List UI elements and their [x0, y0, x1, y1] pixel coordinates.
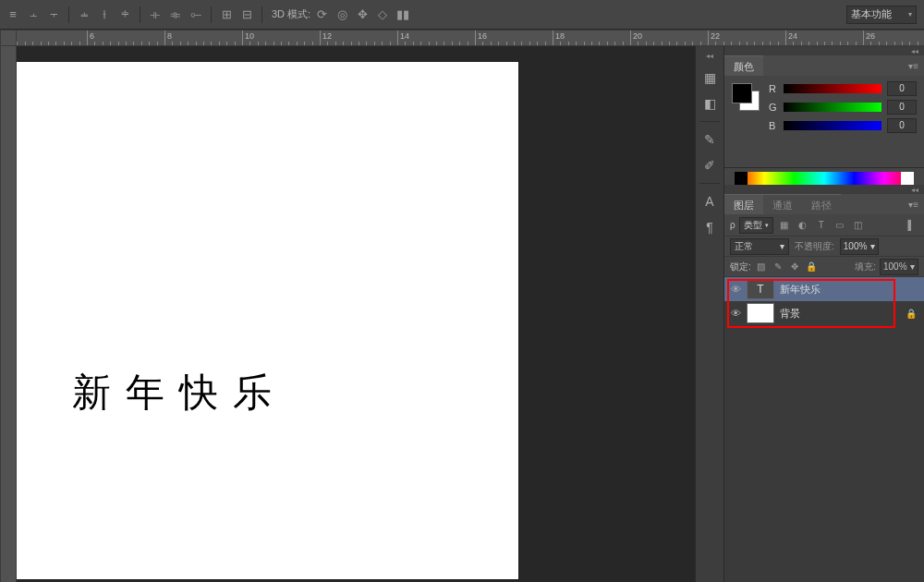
panel-dock: ◂◂ 颜色 ▾≡ R 0 G 0: [724, 46, 924, 582]
lock-position-icon[interactable]: ✥: [788, 261, 801, 273]
fill-input[interactable]: 100% ▾: [880, 259, 918, 275]
brush-presets-icon[interactable]: ✐: [698, 154, 722, 176]
filter-toggle-icon[interactable]: ▌: [904, 218, 918, 233]
chevron-down-icon: ▾: [870, 241, 875, 251]
paths-tab[interactable]: 路径: [802, 194, 841, 214]
lock-label: 锁定:: [730, 261, 751, 273]
panel-menu-icon[interactable]: ▾≡: [908, 61, 918, 71]
panel-menu-icon[interactable]: ▾≡: [908, 200, 918, 210]
lock-icon: 🔒: [906, 309, 917, 319]
character-panel-icon[interactable]: A: [698, 190, 722, 212]
g-label: G: [769, 102, 778, 113]
3d-roll-icon[interactable]: ◎: [333, 6, 351, 24]
color-panel: R 0 G 0 B 0: [724, 76, 924, 168]
properties-panel-icon[interactable]: ◧: [698, 92, 722, 115]
filter-magnify-icon[interactable]: ρ: [730, 220, 736, 230]
document-viewport[interactable]: 新年快乐: [17, 46, 695, 582]
layer-row[interactable]: 👁T新年快乐: [724, 277, 924, 301]
3d-slide-icon[interactable]: ◇: [373, 6, 392, 24]
lock-all-icon[interactable]: 🔒: [805, 261, 818, 273]
workspace-dropdown[interactable]: 基本功能 ▾: [846, 6, 917, 24]
divider: [211, 6, 212, 23]
rgb-sliders: R 0 G 0 B 0: [769, 81, 917, 162]
3d-mode-label: 3D 模式:: [272, 7, 310, 21]
layers-panel: ρ 类型 ▾ ▦ ◐ T ▭ ◫ ▌ 正常 ▾ 不透明度: 100%: [724, 214, 924, 582]
expand-dock-icon[interactable]: ◂◂: [706, 52, 713, 60]
layer-thumbnail[interactable]: [747, 303, 774, 323]
align-left-icon[interactable]: ≡: [4, 6, 22, 24]
filter-kind-dropdown[interactable]: 类型 ▾: [739, 217, 773, 234]
lock-transparent-icon[interactable]: ▨: [755, 261, 768, 273]
layer-name[interactable]: 新年快乐: [780, 283, 917, 297]
layers-panel-header: 图层 通道 路径 ▾≡: [724, 194, 924, 214]
ruler-horizontal[interactable]: 0246810121416182022242628303234: [17, 30, 924, 46]
panel-collapse-bar[interactable]: ◂◂: [724, 185, 924, 194]
align-right-icon[interactable]: ⫟: [44, 6, 63, 24]
workspace-label: 基本功能: [851, 7, 892, 21]
opacity-input[interactable]: 100% ▾: [840, 238, 879, 255]
filter-pixel-icon[interactable]: ▦: [777, 218, 792, 233]
fill-label: 填充:: [855, 261, 876, 273]
layer-name[interactable]: 背景: [780, 307, 906, 321]
divider: [699, 183, 720, 184]
distribute-bottom-icon[interactable]: ⫩: [116, 6, 134, 24]
divider: [699, 121, 720, 122]
blend-mode-value: 正常: [735, 240, 753, 253]
fg-color-swatch[interactable]: [732, 83, 752, 103]
distribute-hcenter-icon[interactable]: ⟚: [166, 6, 185, 24]
g-value[interactable]: 0: [887, 100, 917, 115]
g-slider[interactable]: [784, 103, 881, 112]
visibility-toggle-icon[interactable]: 👁: [724, 284, 747, 295]
lock-pixels-icon[interactable]: ✎: [772, 261, 784, 273]
blue-row: B 0: [769, 118, 917, 133]
blend-mode-dropdown[interactable]: 正常 ▾: [730, 238, 789, 255]
red-row: R 0: [769, 81, 917, 96]
opacity-value: 100%: [844, 241, 868, 251]
channels-tab[interactable]: 通道: [763, 194, 802, 214]
layer-filter-row: ρ 类型 ▾ ▦ ◐ T ▭ ◫ ▌: [724, 214, 924, 236]
main-content: 新年快乐 ◂◂ ▦ ◧ ✎ ✐ A ¶ ◂◂ 颜色 ▾≡ R: [0, 46, 924, 582]
color-panel-header: 颜色 ▾≡: [724, 55, 924, 76]
document-canvas[interactable]: 新年快乐: [17, 62, 518, 579]
align-center-icon[interactable]: ⫠: [24, 6, 43, 24]
filter-smart-icon[interactable]: ◫: [851, 218, 866, 233]
3d-camera-icon[interactable]: ▮▮: [394, 6, 412, 24]
distribute-right-icon[interactable]: ⟜: [187, 6, 205, 24]
divider: [68, 6, 69, 23]
paragraph-panel-icon[interactable]: ¶: [698, 216, 722, 238]
canvas-area: 新年快乐: [0, 46, 695, 582]
layers-tab[interactable]: 图层: [724, 194, 763, 214]
filter-adjust-icon[interactable]: ◐: [796, 218, 810, 233]
filter-shape-icon[interactable]: ▭: [833, 218, 847, 233]
color-tab[interactable]: 颜色: [724, 55, 763, 76]
ruler-vertical[interactable]: [0, 46, 17, 582]
distribute-top-icon[interactable]: ⫨: [75, 6, 93, 24]
3d-orbit-icon[interactable]: ⟳: [312, 6, 331, 24]
ruler-origin[interactable]: [0, 30, 17, 46]
auto-distribute-icon[interactable]: ⊟: [237, 6, 256, 24]
color-spectrum-bar[interactable]: [735, 172, 914, 185]
layer-row[interactable]: 👁背景🔒: [724, 301, 924, 325]
chevron-down-icon: ▾: [780, 241, 784, 251]
panel-collapse-bar[interactable]: ◂◂: [724, 46, 924, 55]
r-value[interactable]: 0: [887, 81, 917, 96]
layer-thumbnail[interactable]: T: [747, 279, 774, 299]
collapsed-panel-dock: ◂◂ ▦ ◧ ✎ ✐ A ¶: [695, 46, 724, 582]
auto-align-icon[interactable]: ⊞: [217, 6, 236, 24]
chevron-down-icon: ▾: [908, 10, 912, 18]
distribute-left-icon[interactable]: ⟛: [146, 6, 164, 24]
layers-list: 👁T新年快乐👁背景🔒: [724, 277, 924, 582]
text-layer-content[interactable]: 新年快乐: [72, 367, 286, 418]
distribute-vcenter-icon[interactable]: ⫲: [95, 6, 114, 24]
fg-bg-swatch[interactable]: [732, 83, 761, 113]
history-panel-icon[interactable]: ▦: [698, 67, 722, 89]
visibility-toggle-icon[interactable]: 👁: [724, 308, 747, 319]
ruler-horizontal-row: 0246810121416182022242628303234: [0, 30, 924, 46]
brush-panel-icon[interactable]: ✎: [698, 128, 722, 151]
b-value[interactable]: 0: [887, 118, 917, 133]
divider: [261, 6, 262, 23]
b-slider[interactable]: [784, 121, 881, 130]
filter-text-icon[interactable]: T: [814, 218, 829, 233]
3d-pan-icon[interactable]: ✥: [353, 6, 371, 24]
r-slider[interactable]: [784, 84, 881, 93]
